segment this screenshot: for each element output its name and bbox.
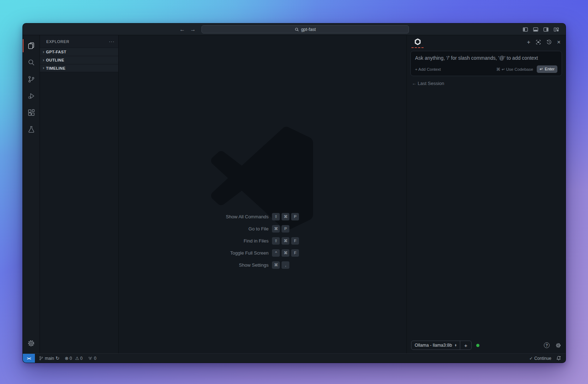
explorer-title: EXPLORER <box>46 39 109 44</box>
activity-explorer[interactable] <box>23 37 40 54</box>
shortcut-label: Show All Commands <box>226 214 269 219</box>
explorer-sidebar: EXPLORER ··· ›GPT-FAST›OUTLINE›TIMELINE <box>40 35 119 353</box>
explorer-section-label: TIMELINE <box>46 66 65 70</box>
keycap: ⌘ <box>282 237 289 245</box>
explorer-section-label: OUTLINE <box>46 58 64 62</box>
title-bar: ← → gpt-fast <box>23 23 566 35</box>
warning-icon: ⚠ <box>75 356 79 361</box>
activity-testing[interactable] <box>23 121 40 138</box>
explorer-section-timeline[interactable]: ›TIMELINE <box>40 64 118 72</box>
model-select-value: Ollama - llama3:8b <box>415 343 452 348</box>
assistant-tab[interactable] <box>411 36 424 48</box>
history-icon[interactable] <box>546 39 552 45</box>
shortcut-label: Show Settings <box>226 262 269 268</box>
explorer-header: EXPLORER ··· <box>40 35 118 48</box>
close-panel-icon[interactable]: × <box>557 39 561 45</box>
command-center-search[interactable]: gpt-fast <box>201 25 409 33</box>
testing-beaker-icon <box>27 125 36 134</box>
activity-settings[interactable] <box>23 334 40 352</box>
vscode-window: ← → gpt-fast <box>22 23 566 363</box>
remote-indicator[interactable]: >< <box>23 354 35 363</box>
new-session-icon[interactable]: + <box>527 39 530 45</box>
command-center-value: gpt-fast <box>301 27 316 32</box>
keycap: P <box>291 213 299 220</box>
enter-key-icon: ↵ <box>540 66 543 71</box>
help-icon[interactable]: ? <box>544 342 550 348</box>
assistant-settings-gear-icon[interactable] <box>555 342 561 348</box>
activity-search[interactable] <box>23 54 40 71</box>
git-branch-status[interactable]: main ↻ <box>39 356 59 361</box>
model-select[interactable]: Ollama - llama3:8b ▲▼ <box>411 341 460 350</box>
shortcut-keys: ^⌘F <box>272 249 299 257</box>
select-updown-icon: ▲▼ <box>455 344 457 347</box>
keycap: ⇧ <box>272 213 280 220</box>
source-control-branch-icon <box>27 75 36 84</box>
problems-status[interactable]: ⊗0 ⚠0 <box>65 356 83 361</box>
extensions-icon <box>27 108 36 117</box>
editor-area: Show All Commands⇧⌘PGo to File⌘PFind in … <box>119 35 406 353</box>
connection-status-dot <box>476 344 479 347</box>
explorer-section-outline[interactable]: ›OUTLINE <box>40 56 118 64</box>
search-icon <box>295 27 299 32</box>
explorer-section-gpt-fast[interactable]: ›GPT-FAST <box>40 48 118 56</box>
activity-source-control[interactable] <box>23 71 40 87</box>
chevron-right-icon: › <box>43 58 44 62</box>
keycap: F <box>291 249 299 257</box>
explorer-sections: ›GPT-FAST›OUTLINE›TIMELINE <box>40 48 118 72</box>
explorer-more-actions-icon[interactable]: ··· <box>109 39 115 44</box>
shortcut-keys: ⇧⌘F <box>272 237 299 245</box>
branch-icon <box>39 356 43 361</box>
add-context-button[interactable]: + Add Context <box>415 67 441 71</box>
keycap: ⇧ <box>272 237 280 245</box>
activity-extensions[interactable] <box>23 104 40 121</box>
explorer-section-label: GPT-FAST <box>46 50 66 54</box>
error-icon: ⊗ <box>65 356 68 361</box>
chevron-right-icon: › <box>43 49 44 54</box>
enter-button[interactable]: ↵Enter <box>537 65 557 73</box>
keycap: ⌘ <box>272 225 280 233</box>
toggle-panel-icon[interactable] <box>533 27 539 32</box>
activity-run-debug[interactable] <box>23 87 40 104</box>
shortcut-keys: ⌘, <box>272 261 299 269</box>
last-session-link[interactable]: ← Last Session <box>412 81 561 86</box>
shortcut-keys: ⌘P <box>272 225 299 233</box>
notifications-bell-icon[interactable] <box>556 356 561 361</box>
toggle-primary-sidebar-icon[interactable] <box>523 27 528 32</box>
continue-logo-icon <box>414 38 421 46</box>
toggle-secondary-sidebar-icon[interactable] <box>543 27 549 32</box>
activity-bar <box>23 35 40 353</box>
active-tab-underline <box>411 47 424 48</box>
chat-input[interactable]: Ask anything, '/' for slash commands, '@… <box>410 51 562 76</box>
shortcut-label: Go to File <box>226 226 269 231</box>
ports-count: 0 <box>94 356 96 361</box>
check-icon: ✓ <box>529 356 533 361</box>
shortcut-label: Toggle Full Screen <box>226 250 269 256</box>
error-count: 0 <box>69 356 72 361</box>
nav-back-icon[interactable]: ← <box>179 26 185 33</box>
assistant-panel: + × Ask anything, '/' for slash commands… <box>406 35 566 353</box>
keycap: ^ <box>272 249 280 257</box>
keycap: , <box>282 261 289 269</box>
keycap: ⌘ <box>282 213 289 220</box>
add-model-button[interactable]: + <box>460 341 471 350</box>
use-codebase-hint[interactable]: ⌘ ↵ Use Codebase <box>496 67 533 72</box>
nav-forward-icon[interactable]: → <box>190 26 196 33</box>
assistant-panel-footer: Ollama - llama3:8b ▲▼ + ? <box>407 338 566 353</box>
warning-count: 0 <box>80 356 83 361</box>
keycap: ⌘ <box>282 249 289 257</box>
gear-icon <box>27 339 35 347</box>
fullscreen-icon[interactable] <box>536 39 541 45</box>
watermark-shortcuts: Show All Commands⇧⌘PGo to File⌘PFind in … <box>226 213 299 269</box>
continue-status-item[interactable]: ✓ Continue <box>529 356 551 361</box>
customize-layout-icon[interactable] <box>553 27 559 32</box>
shortcut-keys: ⇧⌘P <box>272 213 299 220</box>
search-icon <box>27 58 36 67</box>
ports-status[interactable]: 0 <box>88 356 96 361</box>
enter-label: Enter <box>545 67 555 71</box>
explorer-files-icon <box>27 41 36 50</box>
status-bar: >< main ↻ ⊗0 ⚠0 0 ✓ Continue <box>23 353 566 363</box>
keycap: F <box>291 237 299 245</box>
keycap: ⌘ <box>272 261 280 269</box>
keycap: P <box>282 225 289 233</box>
run-debug-icon <box>27 92 36 100</box>
